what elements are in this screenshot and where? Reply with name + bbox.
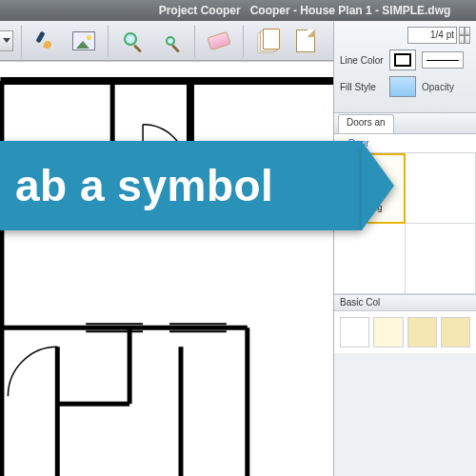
library-tab-doors[interactable]: Doors an	[338, 114, 394, 133]
brush-tool-button[interactable]	[30, 25, 62, 57]
chevron-down-icon	[3, 38, 10, 43]
magnifier-icon	[122, 30, 143, 51]
color-swatch-grid	[334, 311, 476, 353]
color-swatch[interactable]	[441, 317, 470, 347]
floor-plan-drawing	[0, 62, 350, 476]
zoom-control[interactable]: 228%	[0, 30, 13, 51]
separator	[108, 25, 109, 57]
color-swatch[interactable]	[340, 317, 369, 347]
library-item[interactable]	[406, 153, 477, 224]
right-panel: 1/4 pt Line Color Fill Style Opacity	[333, 21, 476, 476]
zoom-dropdown[interactable]	[0, 30, 13, 51]
stroke-style-preview[interactable]	[422, 51, 464, 69]
library-tabbar: Doors an	[334, 113, 476, 134]
properties-panel: 1/4 pt Line Color Fill Style Opacity	[333, 21, 476, 113]
copy-page-button[interactable]	[289, 25, 322, 57]
step-down-button[interactable]	[459, 35, 470, 44]
stroke-weight-input[interactable]: 1/4 pt	[407, 27, 457, 44]
separator	[243, 25, 244, 57]
clipboard-button[interactable]	[251, 25, 284, 57]
opacity-label: Opacity	[422, 82, 454, 92]
image-tool-button[interactable]	[68, 25, 100, 57]
tutorial-callout-text: ab a symbol	[15, 160, 273, 211]
brush-icon	[34, 30, 57, 52]
eraser-icon	[207, 30, 230, 50]
line-color-swatch[interactable]	[389, 50, 416, 70]
step-up-button[interactable]	[459, 27, 470, 35]
stroke-weight-control[interactable]: 1/4 pt	[407, 27, 470, 44]
project-name: Project Cooper	[159, 4, 241, 17]
chevron-down-icon	[464, 35, 466, 44]
window-filename: Cooper - House Plan 1 - SIMPLE.dwg	[250, 4, 451, 17]
tutorial-callout: ab a symbol	[0, 141, 362, 230]
clipboard-stack-icon	[257, 29, 278, 53]
zoom-in-button[interactable]	[116, 25, 149, 57]
titlebar: Project Cooper Cooper - House Plan 1 - S…	[0, 0, 476, 21]
page-copy-icon	[296, 30, 315, 52]
color-swatch[interactable]	[373, 317, 403, 347]
zoom-out-button[interactable]	[154, 25, 187, 57]
eraser-tool-button[interactable]	[203, 25, 235, 57]
fill-style-swatch[interactable]	[389, 76, 416, 97]
drawing-canvas[interactable]	[0, 61, 350, 476]
colors-section-header[interactable]: Basic Col	[334, 294, 476, 311]
library-item[interactable]	[334, 224, 406, 294]
separator	[21, 25, 22, 57]
fill-style-label: Fill Style	[340, 82, 384, 92]
stroke-weight-stepper[interactable]	[459, 27, 470, 44]
magnifier-small-icon	[160, 30, 181, 51]
library-item[interactable]	[406, 224, 477, 294]
chevron-up-icon	[464, 27, 466, 35]
separator	[194, 25, 195, 57]
line-color-label: Line Color	[340, 55, 384, 66]
color-swatch[interactable]	[407, 317, 437, 347]
photo-icon	[72, 31, 95, 50]
